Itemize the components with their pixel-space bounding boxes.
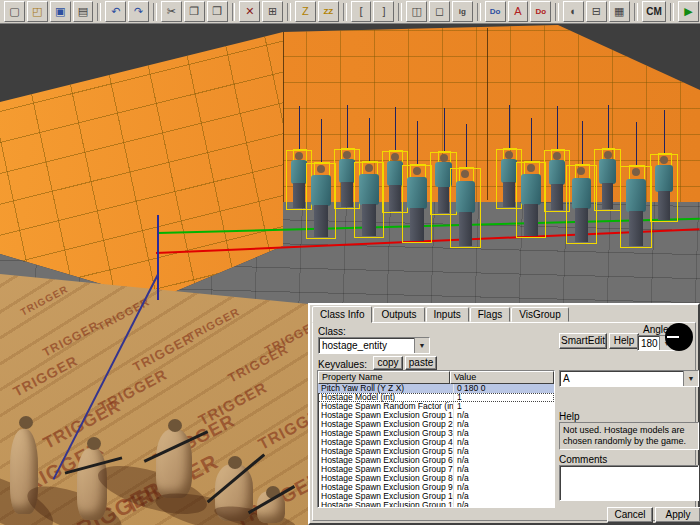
property-value-cell: 1 — [454, 393, 554, 402]
angles-value: 180 — [638, 338, 659, 349]
undo-icon[interactable]: ↶ — [105, 1, 126, 22]
model-head — [19, 416, 33, 429]
class-label: Class: — [318, 326, 346, 337]
property-value-cell: n/a — [454, 465, 554, 474]
property-name-cell: Hostage Model (int) — [318, 393, 454, 402]
property-list[interactable]: Property Name Value Pitch Yaw Roll (Y Z … — [317, 370, 555, 508]
dialog-tabs: Class InfoOutputsInputsFlagsVisGroup — [312, 306, 570, 322]
property-row[interactable]: Hostage Spawn Random Factor (int)1 — [318, 402, 554, 411]
value-combo[interactable]: A ▼ — [559, 370, 699, 387]
property-row[interactable]: Hostage Spawn Exclusion Group 1n/a — [318, 411, 554, 420]
property-row[interactable]: Hostage Spawn Exclusion Group 6n/a — [318, 456, 554, 465]
run-map-icon[interactable]: ▶ — [678, 1, 699, 22]
hammer-editor-window: ▢◰▣▤↶↷✂❐❒✕⊞ZZZ[]◫◻igDoADo◐⊟▦CM▶ TRIGGERT… — [0, 0, 700, 525]
value-combo-value: A — [560, 373, 683, 384]
property-row[interactable]: Hostage Spawn Exclusion Group 10n/a — [318, 492, 554, 501]
property-value-cell: n/a — [454, 420, 554, 429]
property-row[interactable]: Hostage Spawn Exclusion Group 5n/a — [318, 447, 554, 456]
property-value-cell: n/a — [454, 456, 554, 465]
paste-button[interactable]: paste — [405, 356, 437, 370]
chevron-down-icon[interactable]: ▼ — [414, 338, 429, 353]
class-info-tab-panel: Class: hostage_entity ▼ Keyvalues: copy … — [312, 322, 696, 521]
cm-button[interactable]: CM — [642, 1, 667, 22]
property-row[interactable]: Hostage Model (int)1 — [318, 393, 554, 402]
keyvalues-label: Keyvalues: — [318, 359, 367, 370]
property-value-cell: 1 — [454, 402, 554, 411]
property-value-cell: n/a — [454, 483, 554, 492]
ungroup-icon[interactable]: ◻ — [429, 1, 450, 22]
toolbar-separator — [232, 3, 236, 21]
tab-outputs[interactable]: Outputs — [373, 307, 424, 322]
grid-toggle-icon[interactable]: ▦ — [609, 1, 630, 22]
help-section-label: Help — [559, 411, 580, 422]
main-toolbar: ▢◰▣▤↶↷✂❐❒✕⊞ZZZ[]◫◻igDoADo◐⊟▦CM▶ — [0, 0, 700, 24]
cancel-button[interactable]: Cancel — [607, 507, 653, 523]
model-head — [87, 437, 101, 450]
angle-dial[interactable] — [665, 323, 693, 351]
model-head — [168, 419, 182, 432]
tab-inputs[interactable]: Inputs — [426, 307, 469, 322]
new-file-icon[interactable]: ▢ — [4, 1, 25, 22]
property-row[interactable]: Hostage Spawn Exclusion Group 3n/a — [318, 429, 554, 438]
property-help-text: Not used. Hostage models are chosen rand… — [559, 422, 699, 450]
apply-button[interactable]: Apply — [655, 507, 700, 523]
paste-icon[interactable]: ❒ — [207, 1, 228, 22]
toolbar-separator — [398, 3, 402, 21]
texture-application-icon[interactable]: A — [508, 1, 529, 22]
texture-lock-icon[interactable]: Z — [295, 1, 316, 22]
property-row[interactable]: Hostage Spawn Exclusion Group 7n/a — [318, 465, 554, 474]
cordon-edit-icon[interactable]: [ — [351, 1, 372, 22]
copy-button[interactable]: copy — [373, 356, 403, 370]
property-value-cell: n/a — [454, 474, 554, 483]
chevron-down-icon[interactable]: ▼ — [683, 371, 698, 386]
class-combo[interactable]: hostage_entity ▼ — [318, 337, 430, 354]
save-file-icon[interactable]: ▣ — [50, 1, 71, 22]
property-value-cell: 0 180 0 — [454, 384, 554, 393]
map-properties-icon[interactable]: ▤ — [73, 1, 94, 22]
property-row[interactable]: Hostage Spawn Exclusion Group 9n/a — [318, 483, 554, 492]
property-value-cell: n/a — [454, 429, 554, 438]
column-header-property-name[interactable]: Property Name — [318, 371, 450, 384]
property-value-cell: n/a — [454, 438, 554, 447]
visgroup-red-icon[interactable]: Do — [530, 1, 551, 22]
tab-visgroup[interactable]: VisGroup — [511, 307, 569, 322]
property-row[interactable]: Hostage Spawn Exclusion Group 4n/a — [318, 438, 554, 447]
group-icon[interactable]: ◫ — [406, 1, 427, 22]
grid-snap-icon[interactable]: ⊟ — [586, 1, 607, 22]
property-name-cell: Hostage Spawn Random Factor (int) — [318, 402, 454, 411]
clone-icon[interactable]: ⊞ — [262, 1, 283, 22]
column-header-value[interactable]: Value — [450, 371, 554, 384]
property-row[interactable]: Hostage Spawn Exclusion Group 8n/a — [318, 474, 554, 483]
tab-flags[interactable]: Flags — [470, 307, 510, 322]
property-row[interactable]: Hostage Spawn Exclusion Group 2n/a — [318, 420, 554, 429]
property-row[interactable]: Hostage Spawn Exclusion Group 11n/a — [318, 501, 554, 507]
hostage-model-front[interactable] — [242, 484, 300, 525]
property-name-cell: Hostage Spawn Exclusion Group 6 — [318, 456, 454, 465]
toolbar-separator — [634, 3, 638, 21]
toolbar-separator — [670, 3, 674, 21]
property-row[interactable]: Pitch Yaw Roll (Y Z X)0 180 0 — [318, 384, 554, 393]
visgroup-blue-icon[interactable]: Do — [485, 1, 506, 22]
smartedit-button[interactable]: SmartEdit — [559, 333, 607, 349]
help-button[interactable]: Help — [609, 333, 639, 349]
delete-icon[interactable]: ✕ — [239, 1, 260, 22]
toolbar-separator — [97, 3, 101, 21]
property-name-cell: Hostage Spawn Exclusion Group 1 — [318, 411, 454, 420]
ignore-groups-icon[interactable]: ig — [452, 1, 473, 22]
open-file-icon[interactable]: ◰ — [27, 1, 48, 22]
property-name-cell: Hostage Spawn Exclusion Group 10 — [318, 492, 454, 501]
redo-icon[interactable]: ↷ — [128, 1, 149, 22]
cordon-toggle-icon[interactable]: ] — [373, 1, 394, 22]
property-value-cell: n/a — [454, 492, 554, 501]
copy-icon[interactable]: ❐ — [184, 1, 205, 22]
texture-scale-lock-icon[interactable]: ZZ — [318, 1, 339, 22]
property-name-cell: Hostage Spawn Exclusion Group 7 — [318, 465, 454, 474]
cut-icon[interactable]: ✂ — [161, 1, 182, 22]
comments-label: Comments — [559, 454, 607, 465]
help-text: Not used. Hostage models are chosen rand… — [563, 425, 686, 446]
tab-class-info[interactable]: Class Info — [312, 306, 372, 323]
options-icon[interactable]: ◐ — [563, 1, 584, 22]
comments-box[interactable] — [559, 465, 699, 501]
property-list-header: Property Name Value — [318, 371, 554, 384]
property-name-cell: Hostage Spawn Exclusion Group 8 — [318, 474, 454, 483]
